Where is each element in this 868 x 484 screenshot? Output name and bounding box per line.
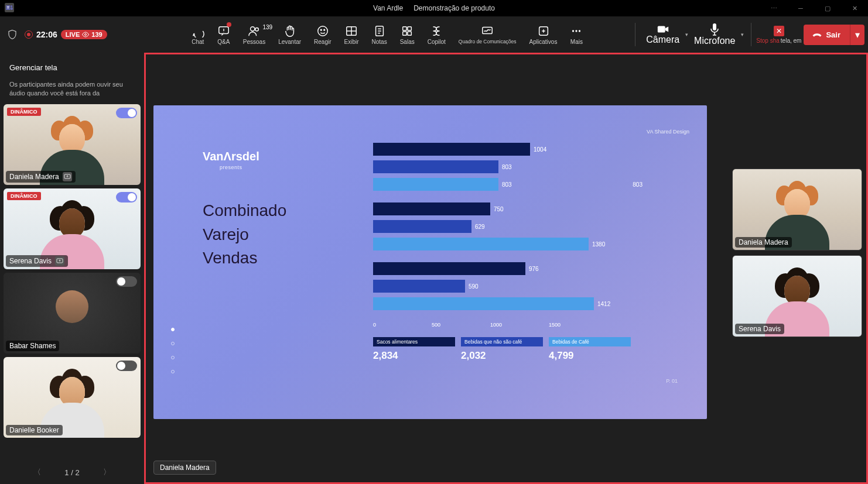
- stop-share-icon: ✕: [774, 26, 784, 36]
- participant-tile-daniela[interactable]: DINÂMICO Daniela Madera: [4, 104, 141, 185]
- chat-button[interactable]: Chat: [187, 22, 209, 47]
- svg-point-2: [11, 5, 13, 7]
- participant-pager: 〈 1 / 2 〉: [4, 461, 141, 484]
- svg-point-9: [320, 29, 322, 30]
- whiteboard-icon: [481, 25, 494, 37]
- stop-sharing-button[interactable]: ✕ Stop shatela, em: [756, 26, 801, 44]
- slide-title-2: Varejo: [203, 223, 286, 247]
- svg-point-4: [85, 34, 87, 36]
- spotlight-tile-serena[interactable]: Serena Davis: [732, 255, 862, 337]
- window-close-icon[interactable]: ✕: [841, 0, 868, 16]
- chat-icon: [192, 25, 204, 37]
- camera-button[interactable]: Câmera: [643, 22, 683, 47]
- svg-point-27: [576, 30, 577, 32]
- slide-presents: presents: [203, 164, 259, 170]
- more-button[interactable]: Mais: [565, 22, 587, 47]
- copilot-button[interactable]: Copilot: [423, 22, 450, 47]
- teams-app-icon: T: [5, 3, 14, 12]
- pager-label: 1 / 2: [64, 468, 79, 477]
- mic-icon: [709, 23, 720, 36]
- mic-button[interactable]: Microfone: [691, 20, 739, 49]
- live-indicator[interactable]: LIVE 139: [61, 30, 107, 39]
- grid-icon: [345, 25, 358, 37]
- slide-logo: VanΛrsdel: [203, 150, 259, 163]
- view-button[interactable]: Exibir: [340, 22, 364, 47]
- participant-tile-danielle[interactable]: Danielle Booker: [4, 357, 141, 438]
- svg-point-6: [251, 26, 255, 30]
- live-label: LIVE: [66, 31, 80, 38]
- spotlight-tile-daniela[interactable]: Daniela Madera: [732, 169, 862, 250]
- slide-title-3: Vendas: [203, 246, 286, 270]
- shield-icon[interactable]: [4, 29, 21, 40]
- slide-page-number: P. 01: [666, 378, 678, 384]
- dynamic-badge: DINÂMICO: [7, 108, 41, 116]
- recording-icon: [25, 30, 33, 39]
- bar-chart: 1004803803803750629138097659014120500100…: [373, 143, 643, 390]
- notification-dot-icon: [227, 22, 231, 27]
- eye-icon: [82, 32, 89, 37]
- hand-icon: [283, 25, 296, 37]
- window-maximize-icon[interactable]: ▢: [814, 0, 841, 16]
- participant-name: Serena Davis: [9, 257, 52, 265]
- pager-next-icon[interactable]: 〉: [97, 464, 117, 481]
- manage-screen-title: Gerenciar tela: [4, 59, 141, 80]
- slide-title-1: Combinado: [203, 199, 286, 223]
- spotlight-name: Serena Davis: [735, 324, 784, 334]
- apps-button[interactable]: Aplicativos: [525, 22, 562, 47]
- people-count-badge: 139: [262, 24, 272, 30]
- svg-point-26: [572, 30, 574, 32]
- participant-toggle[interactable]: [116, 192, 137, 202]
- svg-rect-30: [713, 23, 716, 30]
- pager-prev-icon[interactable]: 〈: [28, 464, 47, 481]
- meeting-toolbar: 22:06 LIVE 139 Chat Q&A 139 Pessoas: [0, 16, 868, 53]
- participant-toggle[interactable]: [116, 276, 137, 287]
- share-screen-icon: [63, 172, 72, 181]
- spotlight-name: Daniela Madera: [735, 237, 792, 248]
- meeting-name: Demonstração de produto: [414, 4, 495, 12]
- leave-chevron-icon[interactable]: ▾: [850, 25, 864, 45]
- qa-button[interactable]: Q&A: [213, 22, 235, 47]
- leave-button[interactable]: Sair ▾: [804, 25, 864, 45]
- participant-name: Daniela Madera: [9, 173, 59, 181]
- svg-rect-29: [657, 26, 665, 33]
- participant-toggle[interactable]: [116, 361, 137, 371]
- camera-chevron-icon[interactable]: ▾: [683, 32, 691, 37]
- meeting-timer: 22:06: [36, 30, 57, 39]
- raise-hand-button[interactable]: Levantar: [274, 22, 306, 47]
- whiteboard-button[interactable]: Quadro de Comunicações: [454, 22, 521, 47]
- window-more-icon[interactable]: ⋯: [760, 0, 787, 16]
- org-name: Van Ardle: [373, 4, 403, 12]
- svg-rect-21: [408, 31, 411, 35]
- dynamic-badge: DINÂMICO: [7, 192, 41, 200]
- share-screen-icon: [55, 256, 64, 266]
- notes-button[interactable]: Notas: [367, 22, 392, 47]
- rooms-button[interactable]: Salas: [395, 22, 419, 47]
- svg-point-8: [318, 26, 328, 36]
- window-minimize-icon[interactable]: ─: [787, 0, 814, 16]
- svg-point-28: [579, 30, 580, 32]
- svg-rect-20: [403, 31, 406, 35]
- participant-tile-babar[interactable]: Babar Shames: [4, 273, 141, 353]
- hangup-icon: [812, 30, 822, 39]
- shared-slide: VanΛrsdel presents Combinado Varejo Vend…: [153, 105, 707, 419]
- participant-name: Danielle Booker: [9, 426, 59, 434]
- people-button[interactable]: 139 Pessoas: [238, 22, 270, 47]
- camera-icon: [657, 24, 669, 35]
- svg-point-10: [324, 29, 325, 30]
- participant-tile-serena[interactable]: DINÂMICO Serena Davis: [4, 188, 141, 269]
- rooms-icon: [401, 25, 414, 37]
- participant-toggle[interactable]: [116, 108, 137, 118]
- avatar: [56, 290, 88, 323]
- mic-chevron-icon[interactable]: ▾: [739, 32, 746, 37]
- more-icon: [570, 25, 583, 37]
- manage-screen-hint: Os participantes ainda podem ouvir seu á…: [4, 80, 141, 104]
- participant-name: Babar Shames: [9, 342, 56, 350]
- svg-point-7: [255, 28, 259, 31]
- svg-text:T: T: [7, 6, 9, 9]
- slide-nav-dots: [171, 328, 175, 373]
- notes-icon: [373, 25, 386, 37]
- live-viewer-count: 139: [91, 31, 102, 38]
- manage-screen-sidebar: Gerenciar tela Os participantes ainda po…: [0, 53, 144, 484]
- react-button[interactable]: Reagir: [309, 22, 336, 47]
- apps-icon: [537, 25, 550, 37]
